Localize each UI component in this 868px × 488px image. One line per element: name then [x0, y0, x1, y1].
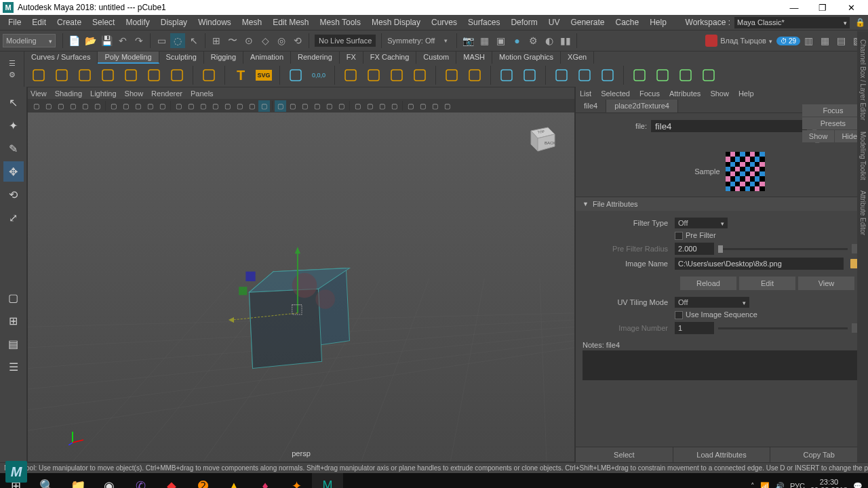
menu-modify[interactable]: Modify — [120, 16, 155, 28]
image-name-input[interactable] — [675, 258, 844, 270]
vp-icon-35[interactable]: ▢ — [417, 100, 429, 112]
minimize-button[interactable]: — — [780, 0, 808, 15]
shelf-pipe-icon[interactable] — [340, 65, 361, 85]
shelf-tab-fx-caching[interactable]: FX Caching — [363, 52, 416, 64]
attr-menu-focus[interactable]: Focus — [639, 89, 660, 98]
shelf-merge-icon[interactable] — [652, 65, 673, 85]
vp-icon-7[interactable]: ▢ — [108, 100, 119, 112]
menu-help[interactable]: Help — [644, 16, 672, 28]
lock-icon[interactable]: 🔒 — [855, 18, 865, 27]
vp-icon-18[interactable]: ▢ — [234, 100, 245, 112]
shelf-normal-icon[interactable] — [629, 65, 650, 85]
vp-icon-20[interactable]: ▢ — [258, 100, 270, 112]
chrome-icon[interactable]: ◉ — [94, 473, 125, 488]
render-view-icon[interactable]: ▣ — [493, 33, 508, 48]
shelf-tab-rendering[interactable]: Rendering — [291, 52, 340, 64]
shelf-tab-motion-graphics[interactable]: Motion Graphics — [492, 52, 561, 64]
app-yellow-icon[interactable]: ▲ — [218, 473, 250, 488]
vp-menu-panels[interactable]: Panels — [191, 89, 214, 98]
vp-icon-23[interactable]: ▢ — [287, 100, 298, 112]
ipr-icon[interactable]: ▦ — [477, 33, 492, 48]
attr-tab-place2d[interactable]: place2dTexture4 — [606, 100, 678, 113]
tray-volume-icon[interactable]: 🔊 — [775, 482, 785, 489]
maya-taskbar-icon[interactable]: M — [312, 473, 343, 488]
vp-menu-shading[interactable]: Shading — [55, 89, 82, 98]
vp-icon-2[interactable]: ▢ — [55, 100, 66, 112]
redo-icon[interactable]: ↷ — [132, 33, 146, 48]
presets-button[interactable]: Presets — [802, 117, 864, 129]
close-button[interactable]: ✕ — [837, 0, 865, 15]
shelf-options-icon[interactable]: ⚙ — [9, 70, 16, 79]
texture-swatch[interactable] — [726, 152, 765, 191]
focus-button[interactable]: Focus — [802, 104, 864, 117]
vp-icon-11[interactable]: ▢ — [157, 100, 168, 112]
vp-icon-1[interactable]: ▢ — [43, 100, 54, 112]
vtab-attribute-editor[interactable]: Attribute Editor — [859, 185, 867, 241]
shelf-superellipse-icon[interactable] — [285, 65, 306, 85]
view-button[interactable]: View — [798, 277, 854, 290]
shelf-platonic-icon[interactable] — [199, 65, 219, 85]
snap-live-icon[interactable]: ◎ — [274, 33, 289, 48]
menu-surfaces[interactable]: Surfaces — [462, 16, 505, 28]
menu-display[interactable]: Display — [155, 16, 193, 28]
shelf-gear-icon[interactable] — [387, 65, 407, 85]
outliner-icon[interactable]: ☰ — [3, 357, 24, 377]
menu-curves[interactable]: Curves — [426, 16, 462, 28]
shelf-bevel-icon[interactable] — [551, 65, 572, 85]
vp-icon-22[interactable]: ▢ — [275, 100, 286, 112]
shelf-tab-animation[interactable]: Animation — [243, 52, 291, 64]
tray-clock[interactable]: 23:3009.02.2018 — [810, 478, 848, 488]
vp-icon-29[interactable]: ▢ — [352, 100, 363, 112]
menu-create[interactable]: Create — [52, 16, 87, 28]
shelf-menu-icon[interactable]: ☰ — [9, 59, 16, 68]
vp-icon-25[interactable]: ▢ — [311, 100, 323, 112]
snap-toggle-icon[interactable]: ⟲ — [290, 33, 305, 48]
hypershade-icon[interactable]: ◐ — [542, 33, 557, 48]
uv-tiling-combo[interactable]: Off — [675, 297, 749, 308]
shelf-cylinder-icon[interactable] — [75, 65, 95, 85]
shelf-tab-custom[interactable]: Custom — [416, 52, 456, 64]
image-sequence-checkbox[interactable] — [675, 311, 683, 319]
module-combo[interactable]: Modeling — [3, 34, 56, 47]
attr-menu-list[interactable]: List — [580, 89, 591, 98]
open-scene-icon[interactable]: 📂 — [83, 33, 98, 48]
workspace-combo[interactable]: Maya Classic* — [734, 17, 850, 28]
move-tool-icon[interactable]: ✥ — [3, 161, 24, 182]
lasso-tool-icon[interactable]: ✦ — [3, 115, 24, 136]
vp-icon-5[interactable]: ▢ — [92, 100, 103, 112]
vp-icon-9[interactable]: ▢ — [132, 100, 144, 112]
snap-plane-icon[interactable]: ◇ — [258, 33, 273, 48]
maximize-button[interactable]: ❐ — [808, 0, 837, 15]
paint-select-icon[interactable]: ↖ — [186, 33, 201, 48]
tray-chevron-icon[interactable]: ˄ — [751, 482, 755, 489]
show-button[interactable]: Show — [802, 130, 835, 142]
panel-toggle-3-icon[interactable]: ▤ — [833, 33, 848, 48]
menu-mesh[interactable]: Mesh — [237, 16, 267, 28]
shelf-type-icon[interactable]: T — [231, 65, 251, 85]
load-attributes-button[interactable]: Load Attributes — [673, 447, 771, 462]
playblast-icon[interactable]: ▮▮ — [558, 33, 573, 48]
render-settings-icon[interactable]: ⚙ — [526, 33, 540, 48]
shelf-target-icon[interactable] — [675, 65, 696, 85]
save-scene-icon[interactable]: 💾 — [99, 33, 114, 48]
shelf-prism-icon[interactable] — [410, 65, 430, 85]
shelf-cone-icon[interactable] — [98, 65, 118, 85]
shelf-tab-sculpting[interactable]: Sculpting — [159, 52, 204, 64]
shelf-tab-xgen[interactable]: XGen — [561, 52, 594, 64]
shelf-mirror-icon[interactable] — [496, 65, 517, 85]
app-pink-icon[interactable]: ♦ — [250, 473, 281, 488]
render-icon[interactable]: 📷 — [460, 33, 475, 48]
user-account[interactable]: Влад Тырцов 29 — [705, 35, 800, 47]
shelf-combine-icon[interactable] — [519, 65, 540, 85]
undo-icon[interactable]: ↶ — [115, 33, 130, 48]
shelf-extrude-icon[interactable] — [597, 65, 618, 85]
menu-select[interactable]: Select — [87, 16, 120, 28]
vp-icon-24[interactable]: ▢ — [299, 100, 311, 112]
menu-windows[interactable]: Windows — [193, 16, 237, 28]
lasso-select-icon[interactable]: ◌ — [170, 33, 185, 48]
vtab-modeling-toolkit[interactable]: Modeling Toolkit — [859, 126, 867, 186]
prefilter-checkbox[interactable] — [675, 232, 683, 240]
blender-icon[interactable]: ✦ — [281, 473, 312, 488]
vp-icon-36[interactable]: ▢ — [429, 100, 441, 112]
vp-menu-show[interactable]: Show — [125, 89, 144, 98]
